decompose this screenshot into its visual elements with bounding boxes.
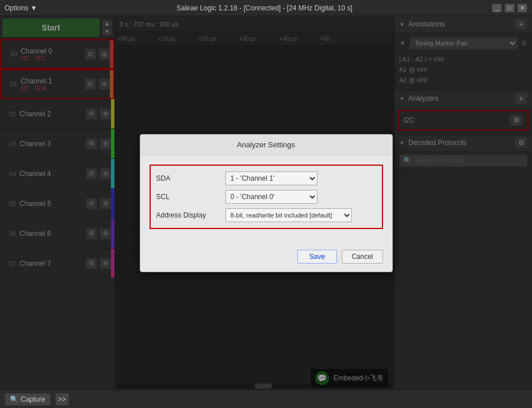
modal-title: Analyzer Settings <box>140 135 392 155</box>
title-bar-options[interactable]: Options ▼ <box>5 4 37 12</box>
bottom-arrows[interactable]: >> <box>55 393 69 406</box>
title-bar-controls: _ □ ✕ <box>492 3 527 13</box>
sda-select[interactable]: 1 - 'Channel 1' <box>225 171 317 185</box>
modal-body: SDA 1 - 'Channel 1' SCL 0 - 'Channel 0' … <box>140 155 392 244</box>
title-bar: Options ▼ Saleae Logic 1.2.18 - [Connect… <box>0 0 532 16</box>
analyzer-settings-modal: Analyzer Settings SDA 1 - 'Channel 1' SC… <box>140 134 393 272</box>
scl-select[interactable]: 0 - 'Channel 0' <box>225 190 317 204</box>
close-button[interactable]: ✕ <box>517 3 527 13</box>
title-bar-title: Saleae Logic 1.2.18 - [Connected] - [24 … <box>37 4 492 12</box>
modal-form-group: SDA 1 - 'Channel 1' SCL 0 - 'Channel 0' … <box>150 165 383 229</box>
address-display-select[interactable]: 8-bit, read/write bit included [default] <box>225 208 352 222</box>
scl-row: SCL 0 - 'Channel 0' <box>156 190 376 204</box>
maximize-button[interactable]: □ <box>504 3 515 13</box>
search-bottom-icon: 🔍 <box>10 395 18 403</box>
minimize-button[interactable]: _ <box>492 3 502 13</box>
capture-button[interactable]: 🔍 Capture <box>5 393 51 406</box>
address-display-row: Address Display 8-bit, read/write bit in… <box>156 208 376 222</box>
bottom-bar: 🔍 Capture >> <box>0 390 532 408</box>
sda-label: SDA <box>156 174 225 182</box>
modal-cancel-button[interactable]: Cancel <box>342 250 382 264</box>
capture-label: Capture <box>21 395 45 403</box>
modal-overlay: Analyzer Settings SDA 1 - 'Channel 1' SC… <box>0 16 532 390</box>
modal-footer: Save Cancel <box>140 244 392 272</box>
scl-label: SCL <box>156 193 225 201</box>
modal-save-button[interactable]: Save <box>297 250 337 264</box>
sda-row: SDA 1 - 'Channel 1' <box>156 171 376 185</box>
address-display-label: Address Display <box>156 211 225 219</box>
